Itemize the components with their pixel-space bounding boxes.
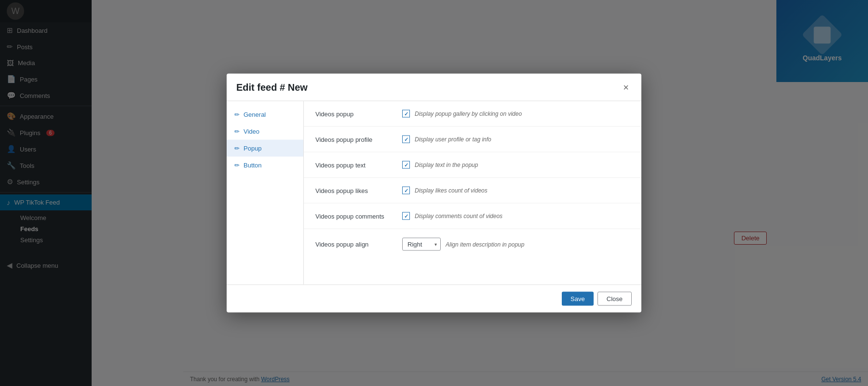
desc-videos-popup-comments: Display comments count of videos [415,213,502,220]
row-videos-popup-comments: Videos popup comments Display comments c… [304,204,641,229]
desc-videos-popup: Display popup gallery by clicking on vid… [415,110,522,117]
tab-video-label: Video [244,128,259,135]
tab-general-label: General [244,111,266,118]
tab-video[interactable]: ✏ Video [227,123,303,140]
checkbox-videos-popup[interactable] [402,110,410,118]
row-videos-popup-text: Videos popup text Display text in the po… [304,152,641,178]
label-videos-popup-profile: Videos popup profile [315,136,393,143]
select-videos-popup-align[interactable]: Left Center Right [402,238,441,251]
tab-button-icon: ✏ [234,162,240,169]
close-button[interactable]: Close [597,292,632,306]
tab-general-icon: ✏ [234,111,240,118]
row-videos-popup-align: Videos popup align Left Center Right ▾ A… [304,229,641,260]
tab-video-icon: ✏ [234,128,240,135]
tab-button[interactable]: ✏ Button [227,157,303,174]
modal-close-button[interactable]: × [620,82,632,93]
label-videos-popup-align: Videos popup align [315,241,393,248]
checkbox-videos-popup-comments[interactable] [402,212,410,220]
modal-tab-content: Videos popup Display popup gallery by cl… [304,101,641,285]
label-videos-popup: Videos popup [315,110,393,117]
label-videos-popup-text: Videos popup text [315,161,393,168]
save-button[interactable]: Save [562,292,594,306]
modal-tabs-panel: ✏ General ✏ Video ✏ Popup ✏ Button [227,101,304,285]
row-videos-popup: Videos popup Display popup gallery by cl… [304,101,641,127]
tab-general[interactable]: ✏ General [227,106,303,123]
desc-videos-popup-likes: Display likes count of videos [415,187,488,194]
row-videos-popup-likes: Videos popup likes Display likes count o… [304,178,641,204]
checkbox-videos-popup-profile[interactable] [402,136,410,143]
modal-footer: Save Close [227,285,641,313]
checkbox-videos-popup-likes[interactable] [402,187,410,194]
control-videos-popup-comments: Display comments count of videos [402,212,502,220]
checkbox-videos-popup-text[interactable] [402,161,410,169]
tab-popup-icon: ✏ [234,145,240,152]
control-videos-popup: Display popup gallery by clicking on vid… [402,110,522,118]
select-wrapper-align: Left Center Right ▾ [402,238,441,251]
tab-popup-label: Popup [244,145,262,152]
control-videos-popup-likes: Display likes count of videos [402,187,488,194]
label-videos-popup-likes: Videos popup likes [315,187,393,194]
row-videos-popup-profile: Videos popup profile Display user profil… [304,127,641,152]
label-videos-popup-comments: Videos popup comments [315,212,393,220]
desc-videos-popup-align: Align item description in popup [446,241,524,248]
modal-body: ✏ General ✏ Video ✏ Popup ✏ Button Video… [227,101,641,285]
tab-button-label: Button [244,162,262,169]
control-videos-popup-align: Left Center Right ▾ Align item descripti… [402,238,524,251]
edit-feed-modal: Edit feed # New × ✏ General ✏ Video ✏ Po… [227,74,641,313]
control-videos-popup-profile: Display user profile or tag info [402,136,491,143]
tab-popup[interactable]: ✏ Popup [227,140,303,157]
modal-header: Edit feed # New × [227,74,641,101]
control-videos-popup-text: Display text in the popup [402,161,478,169]
desc-videos-popup-text: Display text in the popup [415,162,478,168]
desc-videos-popup-profile: Display user profile or tag info [415,136,491,143]
modal-title: Edit feed # New [236,82,308,93]
